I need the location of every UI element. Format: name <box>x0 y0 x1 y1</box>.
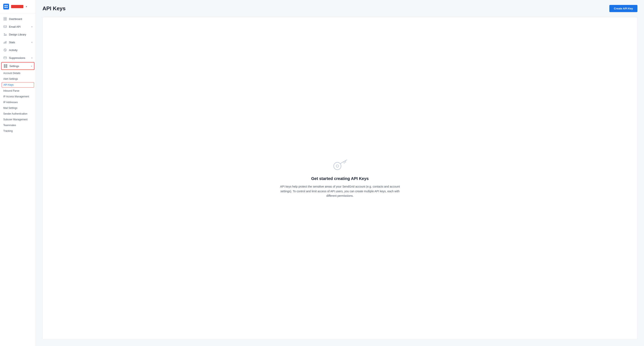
logo-sq-4 <box>6 7 8 8</box>
sidebar-item-design-library[interactable]: Design Library <box>0 30 36 38</box>
sub-nav-item-subuser-management[interactable]: Subuser Management <box>0 117 36 122</box>
suppressions-icon <box>3 56 7 60</box>
svg-rect-12 <box>6 64 7 66</box>
email-api-chevron-icon: ▾ <box>32 26 32 28</box>
sidebar-item-label-design-library: Design Library <box>9 33 32 36</box>
svg-rect-0 <box>4 17 5 19</box>
svg-rect-8 <box>6 41 6 43</box>
empty-state-title: Get started creating API Keys <box>311 176 368 181</box>
sub-nav-item-alert-settings[interactable]: Alert Settings <box>0 76 36 82</box>
sidebar-item-label-dashboard: Dashboard <box>9 17 32 20</box>
logo-icon <box>3 4 9 9</box>
svg-point-16 <box>336 165 338 167</box>
sidebar-item-label-stats: Stats <box>9 41 29 44</box>
sidebar-item-label-activity: Activity <box>9 48 32 52</box>
svg-rect-3 <box>5 19 6 20</box>
svg-rect-10 <box>4 57 6 59</box>
sub-nav-item-sender-authentication[interactable]: Sender Authentication <box>0 111 36 117</box>
settings-sub-nav: Account Details Alert Settings API Keys … <box>0 70 36 134</box>
logo-sq-1 <box>4 5 6 6</box>
svg-rect-11 <box>4 64 5 66</box>
settings-chevron-icon: ▾ <box>31 65 32 67</box>
sidebar-item-stats[interactable]: Stats ▾ <box>0 38 36 46</box>
logo-sq-2 <box>6 5 8 6</box>
sidebar-item-email-api[interactable]: Email API ▾ <box>0 23 36 30</box>
sub-nav-item-ip-access-management[interactable]: IP Access Management <box>0 94 36 99</box>
main-nav: Dashboard Email API ▾ Design Library <box>0 13 36 135</box>
svg-rect-1 <box>5 17 6 19</box>
svg-point-15 <box>334 162 341 170</box>
main-header: API Keys Create API Key <box>36 0 644 17</box>
page-title: API Keys <box>42 5 66 12</box>
key-icon-wrapper <box>333 158 347 171</box>
logo-sq-3 <box>4 7 6 8</box>
sub-nav-item-account-details[interactable]: Account Details <box>0 70 36 76</box>
key-icon <box>333 158 347 171</box>
logo-chevron-icon: ▾ <box>26 5 27 8</box>
sub-nav-item-tracking[interactable]: Tracking <box>0 128 36 134</box>
sub-nav-item-ip-addresses[interactable]: IP Addresses <box>0 99 36 105</box>
svg-point-5 <box>4 33 5 34</box>
sidebar-item-dashboard[interactable]: Dashboard <box>0 15 36 23</box>
svg-rect-4 <box>4 26 6 28</box>
suppressions-chevron-icon: ▾ <box>32 57 32 59</box>
logo-area[interactable]: ▾ <box>0 0 36 13</box>
svg-rect-7 <box>5 42 5 43</box>
sidebar-item-label-settings: Settings <box>10 64 29 68</box>
sidebar-item-label-suppressions: Suppressions <box>9 56 29 59</box>
sidebar-item-settings[interactable]: Settings ▾ <box>1 62 34 70</box>
sidebar: ▾ Dashboard Email API <box>0 0 36 346</box>
sidebar-item-suppressions[interactable]: Suppressions ▾ <box>0 54 36 62</box>
sidebar-item-activity[interactable]: Activity <box>0 46 36 54</box>
empty-state: Get started creating API Keys API keys h… <box>278 158 402 198</box>
settings-icon <box>4 64 8 68</box>
sub-nav-item-api-keys[interactable]: API Keys <box>2 82 34 87</box>
email-api-icon <box>3 25 7 28</box>
stats-chevron-icon: ▾ <box>32 41 32 43</box>
sidebar-item-label-email-api: Email API <box>9 25 29 28</box>
sub-nav-item-mail-settings[interactable]: Mail Settings <box>0 105 36 111</box>
stats-icon <box>3 40 7 44</box>
main-content: API Keys Create API Key Get started crea… <box>36 0 644 346</box>
design-library-icon <box>3 32 7 36</box>
svg-rect-14 <box>6 66 7 67</box>
logo-squares <box>4 5 8 8</box>
sub-nav-item-inbound-parse[interactable]: Inbound Parse <box>0 88 36 94</box>
sub-nav-item-teammates[interactable]: Teammates <box>0 122 36 128</box>
svg-rect-13 <box>4 66 5 67</box>
logo-text <box>11 5 24 8</box>
activity-icon <box>3 48 7 52</box>
empty-state-description: API keys help protect the sensitive area… <box>278 184 402 198</box>
dashboard-icon <box>3 17 7 21</box>
svg-rect-6 <box>4 42 4 43</box>
svg-rect-2 <box>4 19 5 20</box>
create-api-key-button[interactable]: Create API Key <box>609 5 638 12</box>
content-area: Get started creating API Keys API keys h… <box>42 17 638 340</box>
